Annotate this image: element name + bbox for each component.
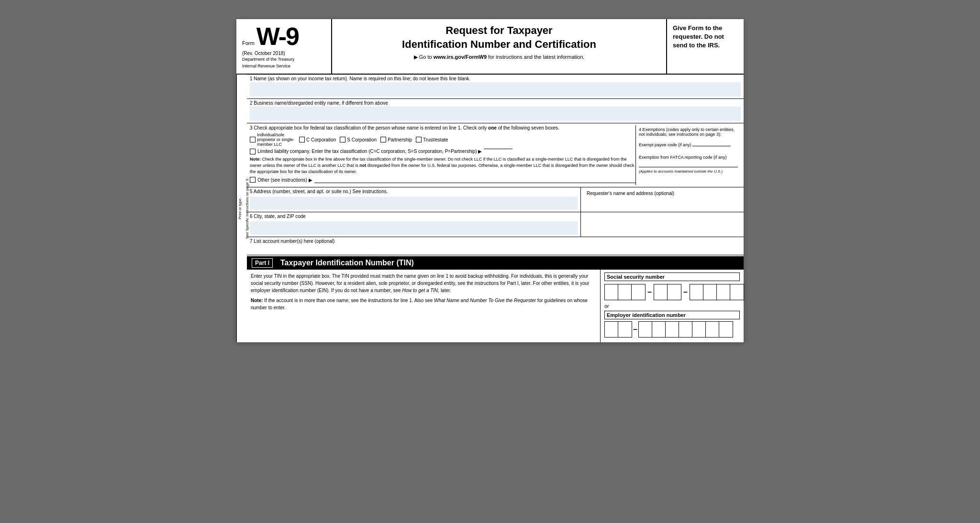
field4-section: 4 Exemptions (codes apply only to certai… <box>635 125 741 185</box>
ein-box-9[interactable] <box>719 322 733 337</box>
exempt-payee-label: Exempt payee code (if any) <box>639 142 691 147</box>
exempt-payee-line: Exempt payee code (if any) <box>639 141 738 147</box>
part1-header: Part I Taxpayer Identification Number (T… <box>247 256 744 270</box>
ssn-label: Social security number <box>604 272 740 281</box>
llc-note: Note: Check the appropriate box in the l… <box>250 156 635 174</box>
field6-label: 6 City, state, and ZIP code <box>247 212 580 220</box>
form-body: Print or type. See Specific Instructions… <box>236 75 744 342</box>
field2-row: 2 Business name/disregarded entity name,… <box>247 99 744 123</box>
part1-instructions: Enter your TIN in the appropriate box. T… <box>247 270 600 342</box>
llc-input[interactable] <box>484 149 512 149</box>
ssn-input-area: – – <box>604 284 740 300</box>
part1-title: Taxpayer Identification Number (TIN) <box>280 259 414 267</box>
sidebar-text-2: See Specific Instructions on page 3. <box>245 178 249 239</box>
part1-body: Enter your TIN in the appropriate box. T… <box>247 270 744 342</box>
checkbox-partnership[interactable]: Partnership <box>380 137 412 142</box>
form-word: Form <box>242 40 255 46</box>
fatca-label: Exemption from FATCA reporting code (if … <box>639 155 738 160</box>
ssn-box-2[interactable] <box>618 284 632 300</box>
fatca-input[interactable] <box>639 161 738 167</box>
requester-section: Requester's name and address (optional) <box>581 187 744 212</box>
checkbox-ccorp-box[interactable] <box>299 137 305 142</box>
requester-address-input <box>581 212 744 237</box>
other-input[interactable] <box>314 176 635 183</box>
field1-input[interactable] <box>250 82 741 97</box>
part1-text: Enter your TIN in the appropriate box. T… <box>251 272 596 294</box>
ssn-box-7[interactable] <box>703 284 717 300</box>
part1-note: Note: If the account is in more than one… <box>251 297 596 311</box>
form-title-section: Request for Taxpayer Identification Numb… <box>332 19 667 74</box>
checkbox-llc-box[interactable] <box>250 149 256 154</box>
ein-input-area: – <box>604 321 740 338</box>
field3-left: 3 Check appropriate box for federal tax … <box>250 125 635 185</box>
field6-input[interactable] <box>250 221 578 235</box>
checkbox-partnership-box[interactable] <box>380 137 386 142</box>
ein-box-4[interactable] <box>652 322 666 337</box>
field3-label: 3 Check appropriate box for federal tax … <box>250 125 635 131</box>
ssn-dash-1: – <box>646 288 653 296</box>
form-url-instruction: ▶ Go to www.irs.gov/FormW9 for instructi… <box>342 54 657 60</box>
field2-input[interactable] <box>250 107 741 121</box>
sidebar-text-1: Print or type. <box>238 198 242 219</box>
ein-box-5[interactable] <box>666 322 679 337</box>
ssn-box-1[interactable] <box>605 284 618 300</box>
ssn-group2 <box>654 284 681 300</box>
part1-tin-inputs: Social security number – – <box>600 270 744 342</box>
field7-label: 7 List account number(s) here (optional) <box>247 237 744 245</box>
form-fields: 1 Name (as shown on your income tax retu… <box>247 75 744 342</box>
checkbox-individual-box[interactable] <box>250 137 256 142</box>
part1-label: Part I <box>252 258 273 268</box>
ssn-box-8[interactable] <box>717 284 730 300</box>
ssn-box-5[interactable] <box>668 284 681 300</box>
requester-label: Requester's name and address (optional) <box>584 189 741 197</box>
form-id-section: Form W-9 (Rev. October 2018) Department … <box>236 19 332 74</box>
ein-dash: – <box>632 325 638 334</box>
sidebar: Print or type. See Specific Instructions… <box>236 75 247 342</box>
field7-row: 7 List account number(s) here (optional) <box>247 237 744 255</box>
checkbox-trust-box[interactable] <box>416 137 422 142</box>
ein-box-1[interactable] <box>605 322 618 337</box>
checkbox-trust[interactable]: Trust/estate <box>416 137 448 142</box>
ein-group2 <box>638 321 733 338</box>
checkbox-scorp-box[interactable] <box>340 137 345 142</box>
ssn-box-9[interactable] <box>730 284 744 300</box>
ssn-box-6[interactable] <box>690 284 703 300</box>
llc-row: Limited liability company. Enter the tax… <box>250 149 635 154</box>
field5-section: 5 Address (number, street, and apt. or s… <box>247 187 744 212</box>
field6-left: 6 City, state, and ZIP code <box>247 212 581 237</box>
ein-box-3[interactable] <box>639 322 652 337</box>
checkbox-other-box[interactable] <box>250 177 256 183</box>
ein-box-2[interactable] <box>618 322 632 337</box>
checkbox-individual[interactable]: Individual/sole proprietor or single-mem… <box>250 132 295 147</box>
applies-note: (Applies to accounts maintained outside … <box>639 169 738 174</box>
checkbox-ccorp[interactable]: C Corporation <box>299 137 336 142</box>
ssn-dash-2: – <box>682 288 689 296</box>
checkbox-scorp[interactable]: S Corporation <box>340 137 377 142</box>
ssn-group3 <box>690 284 744 300</box>
checkbox-row-main: Individual/sole proprietor or single-mem… <box>250 132 635 147</box>
field5-label: 5 Address (number, street, and apt. or s… <box>247 187 580 196</box>
field2-label: 2 Business name/disregarded entity name,… <box>247 99 744 106</box>
ssn-group1 <box>604 284 646 300</box>
field6-section: 6 City, state, and ZIP code <box>247 212 744 237</box>
form-instruction: Give Form to the requester. Do not send … <box>667 19 744 74</box>
ssn-box-3[interactable] <box>632 284 645 300</box>
ein-label: Employer identification number <box>604 311 740 319</box>
field1-label: 1 Name (as shown on your income tax retu… <box>247 75 744 81</box>
form-title: Request for Taxpayer Identification Numb… <box>342 24 657 51</box>
ein-box-7[interactable] <box>692 322 706 337</box>
form-dept2: Internal Revenue Service <box>242 64 325 69</box>
form-header: Form W-9 (Rev. October 2018) Department … <box>236 19 744 75</box>
field3-section: 3 Check appropriate box for federal tax … <box>247 123 744 187</box>
form-number: W-9 <box>256 24 299 49</box>
ein-box-8[interactable] <box>706 322 719 337</box>
field1-row: 1 Name (as shown on your income tax retu… <box>247 75 744 99</box>
ein-group1 <box>604 321 632 338</box>
field5-left: 5 Address (number, street, and apt. or s… <box>247 187 581 212</box>
ein-box-6[interactable] <box>679 322 692 337</box>
other-row: Other (see instructions) ▶ <box>250 176 635 183</box>
field5-input[interactable] <box>250 196 578 210</box>
field4-label: 4 Exemptions (codes apply only to certai… <box>639 127 738 137</box>
exempt-payee-input[interactable] <box>692 141 731 146</box>
ssn-box-4[interactable] <box>654 284 668 300</box>
